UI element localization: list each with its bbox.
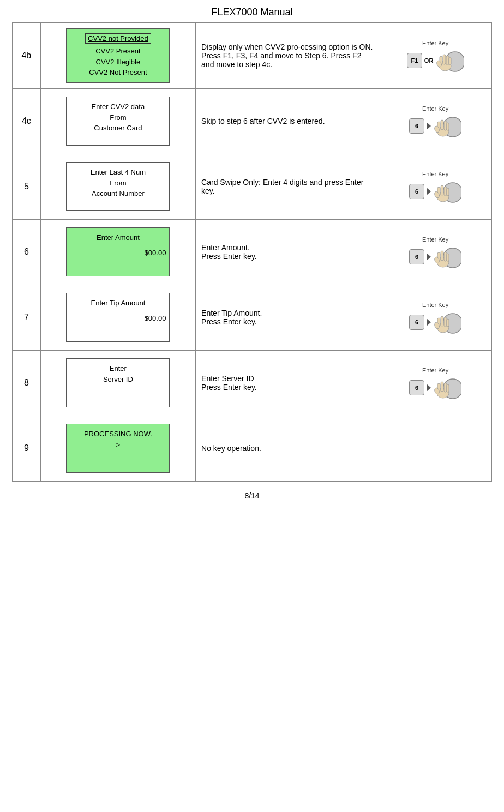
screen-box-9: PROCESSING NOW.> bbox=[66, 424, 170, 473]
step-8: 8 bbox=[13, 350, 41, 416]
screen-line: Account Number bbox=[70, 188, 166, 199]
svg-rect-21 bbox=[447, 188, 449, 196]
screen-box-4c: Enter CVV2 dataFromCustomer Card bbox=[66, 97, 170, 146]
screen-line: Enter Last 4 Num bbox=[70, 167, 166, 178]
screen-amount: $00.00 bbox=[70, 314, 166, 322]
screen-amount: $00.00 bbox=[70, 249, 166, 257]
key-cell-4b: Enter KeyF1OR bbox=[379, 23, 492, 89]
screen-line: CVV2 Present bbox=[70, 46, 166, 57]
svg-rect-3 bbox=[443, 55, 446, 64]
num-key: 6 bbox=[409, 249, 424, 264]
svg-marker-7 bbox=[427, 122, 431, 130]
f1-key: F1 bbox=[407, 53, 422, 68]
step-5: 5 bbox=[13, 154, 41, 219]
key-cell-7: Enter Key6 bbox=[379, 285, 492, 350]
key-cell-9 bbox=[379, 416, 492, 481]
key-illustration: Enter Key6 bbox=[409, 171, 461, 204]
svg-rect-37 bbox=[447, 319, 449, 327]
screen-cell-6: Enter Amount$00.00 bbox=[40, 219, 195, 285]
screen-cell-5: Enter Last 4 NumFromAccount Number bbox=[40, 154, 195, 219]
hand-enter-icon bbox=[433, 178, 461, 204]
svg-marker-15 bbox=[427, 188, 431, 195]
num-key: 6 bbox=[409, 118, 424, 134]
svg-rect-35 bbox=[441, 316, 443, 326]
hand-enter-icon bbox=[433, 244, 461, 270]
svg-rect-43 bbox=[441, 382, 443, 392]
desc-cell-4b: Display only when CVV2 pro-cessing optio… bbox=[196, 23, 379, 89]
arrow-icon bbox=[427, 122, 431, 130]
step-9: 9 bbox=[13, 416, 41, 481]
svg-rect-27 bbox=[441, 251, 443, 261]
desc-cell-5: Card Swipe Only: Enter 4 digits and pres… bbox=[196, 154, 379, 219]
screen-box-4b: CVV2 not ProvidedCVV2 PresentCVV2 Illegi… bbox=[66, 28, 170, 83]
manual-table: 4bCVV2 not ProvidedCVV2 PresentCVV2 Ille… bbox=[12, 22, 492, 482]
arrow-icon bbox=[427, 384, 431, 392]
svg-rect-45 bbox=[447, 384, 449, 392]
screen-box-7: Enter Tip Amount$00.00 bbox=[66, 293, 170, 342]
step-4b: 4b bbox=[13, 23, 41, 89]
svg-rect-13 bbox=[447, 123, 449, 130]
screen-cell-4c: Enter CVV2 dataFromCustomer Card bbox=[40, 88, 195, 154]
step-7: 7 bbox=[13, 285, 41, 350]
key-illustration: Enter Key6 bbox=[409, 367, 461, 401]
step-6: 6 bbox=[13, 219, 41, 285]
screen-line: Server ID bbox=[70, 374, 166, 385]
key-illustration: Enter KeyF1OR bbox=[407, 40, 464, 74]
screen-line: > bbox=[70, 440, 166, 450]
arrow-icon bbox=[427, 318, 431, 326]
screen-line: CVV2 Illegible bbox=[70, 57, 166, 68]
svg-rect-44 bbox=[444, 383, 447, 392]
svg-rect-20 bbox=[444, 187, 447, 196]
screen-line: From bbox=[70, 112, 166, 123]
svg-rect-4 bbox=[446, 56, 449, 65]
screen-line: PROCESSING NOW. bbox=[70, 429, 166, 440]
svg-marker-23 bbox=[427, 253, 431, 261]
enter-key-label: Enter Key bbox=[422, 40, 448, 46]
svg-rect-5 bbox=[449, 57, 451, 65]
key-illustration: Enter Key6 bbox=[409, 105, 461, 139]
screen-title: Enter Tip Amount bbox=[70, 298, 166, 309]
screen-line: Customer Card bbox=[70, 123, 166, 134]
or-text: OR bbox=[424, 57, 434, 64]
hand-enter-icon bbox=[433, 113, 461, 139]
screen-line: From bbox=[70, 178, 166, 189]
svg-rect-29 bbox=[447, 254, 449, 261]
hand-enter-icon bbox=[433, 309, 461, 335]
svg-rect-36 bbox=[444, 317, 447, 327]
desc-cell-7: Enter Tip Amount.Press Enter key. bbox=[196, 285, 379, 350]
screen-title-boxed: CVV2 not Provided bbox=[85, 33, 151, 44]
page-title: FLEX7000 Manual bbox=[0, 0, 504, 22]
arrow-icon bbox=[427, 188, 431, 195]
desc-cell-4c: Skip to step 6 after CVV2 is entered. bbox=[196, 88, 379, 154]
screen-box-8: EnterServer ID bbox=[66, 358, 170, 407]
screen-line: CVV2 Not Present bbox=[70, 67, 166, 78]
key-cell-5: Enter Key6 bbox=[379, 154, 492, 219]
key-illustration: Enter Key6 bbox=[409, 236, 461, 270]
enter-key-label: Enter Key bbox=[422, 302, 448, 308]
svg-rect-12 bbox=[444, 121, 447, 130]
arrow-icon bbox=[427, 253, 431, 261]
screen-box-5: Enter Last 4 NumFromAccount Number bbox=[66, 162, 170, 211]
screen-box-6: Enter Amount$00.00 bbox=[66, 227, 170, 276]
enter-key-label: Enter Key bbox=[422, 236, 448, 243]
desc-cell-9: No key operation. bbox=[196, 416, 379, 481]
screen-cell-8: EnterServer ID bbox=[40, 350, 195, 416]
enter-key-label: Enter Key bbox=[422, 367, 448, 374]
hand-enter-icon bbox=[435, 47, 464, 74]
key-illustration: Enter Key6 bbox=[409, 302, 461, 335]
desc-cell-8: Enter Server IDPress Enter key. bbox=[196, 350, 379, 416]
screen-cell-7: Enter Tip Amount$00.00 bbox=[40, 285, 195, 350]
key-cell-8: Enter Key6 bbox=[379, 350, 492, 416]
screen-cell-9: PROCESSING NOW.> bbox=[40, 416, 195, 481]
enter-key-label: Enter Key bbox=[422, 105, 448, 112]
svg-marker-31 bbox=[427, 318, 431, 326]
num-key: 6 bbox=[409, 184, 424, 199]
enter-key-label: Enter Key bbox=[422, 171, 448, 177]
svg-marker-39 bbox=[427, 384, 431, 392]
screen-line: Enter CVV2 data bbox=[70, 101, 166, 112]
num-key: 6 bbox=[409, 380, 424, 395]
screen-cell-4b: CVV2 not ProvidedCVV2 PresentCVV2 Illegi… bbox=[40, 23, 195, 89]
svg-rect-19 bbox=[441, 185, 443, 195]
key-cell-6: Enter Key6 bbox=[379, 219, 492, 285]
svg-rect-11 bbox=[441, 120, 443, 130]
